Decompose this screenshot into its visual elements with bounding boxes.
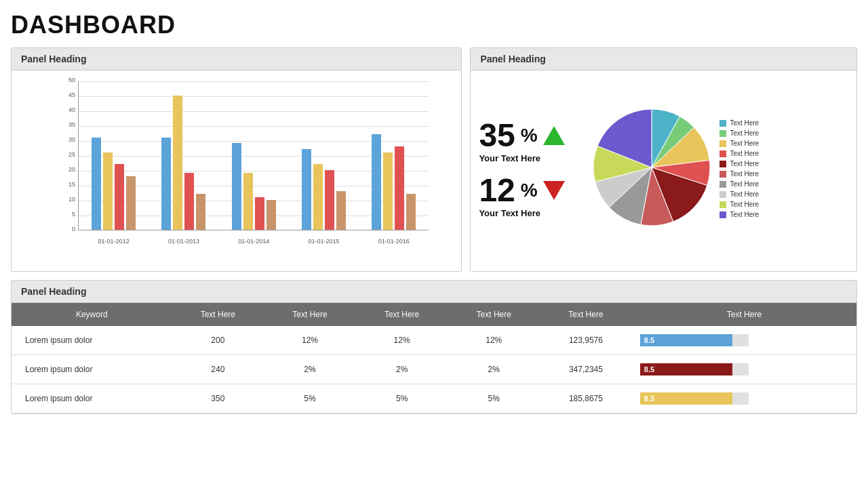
legend-label-4: Text Here [730,160,759,167]
legend-label-2: Text Here [730,140,759,147]
table-cell-col3: 12% [264,326,356,355]
table-cell-col6: 347,2345 [540,355,632,384]
legend-color-3 [719,150,726,157]
bar-chart-panel: Panel Heading 0510152025303540455001-01-… [11,47,462,272]
progress-bar-wrap: 8.5 [640,363,749,375]
table-col-header-0: Keyword [12,303,172,326]
legend-color-7 [719,191,726,198]
bar-panel-heading: Panel Heading [12,48,461,70]
legend-item: Text Here [719,119,781,127]
legend-color-1 [719,130,726,137]
pie-legend: Text Here Text Here Text Here Text Here … [719,119,781,218]
table-panel: Panel Heading KeywordText HereText HereT… [11,280,857,414]
stat1: 35 % Your Text Here [479,119,584,163]
table-col-header-6: Text Here [632,303,856,326]
table-cell-col5: 12% [448,326,540,355]
table-col-header-4: Text Here [448,303,540,326]
stat2-pct: % [521,180,538,201]
stat1-label: Your Text Here [479,153,584,163]
table-row: Lorem ipsum dolor 200 12% 12% 12% 123,95… [12,326,856,355]
page-title: DASHBOARD [11,11,857,39]
progress-bar-text: 8.5 [644,394,654,403]
progress-bar-wrap: 8.5 [640,334,749,346]
progress-bar-text: 8.5 [644,336,654,344]
legend-item: Text Here [719,201,781,208]
table-cell-progress: 8.5 [632,384,856,413]
table-cell-col4: 12% [356,326,448,355]
legend-item: Text Here [719,211,781,218]
table-cell-col5: 2% [448,355,540,384]
legend-item: Text Here [719,180,781,188]
pie-panel-heading: Panel Heading [471,48,856,70]
legend-label-0: Text Here [730,119,759,127]
table-col-header-2: Text Here [264,303,356,326]
pie-chart-panel: Panel Heading 35 % Your Text Here 12 % [470,47,857,272]
stats-column: 35 % Your Text Here 12 % Your Text Here [479,119,584,218]
stat2-number: 12 [479,174,515,207]
table-cell-keyword: Lorem ipsum dolor [12,326,172,355]
legend-label-9: Text Here [730,211,759,218]
arrow-down-icon [543,181,565,200]
legend-item: Text Here [719,140,781,147]
legend-color-0 [719,120,726,127]
legend-item: Text Here [719,129,781,137]
legend-label-6: Text Here [730,180,759,188]
legend-item: Text Here [719,150,781,157]
table-cell-col2: 200 [172,326,264,355]
legend-color-2 [719,140,726,147]
table-cell-keyword: Lorem ipsum dolor [12,384,172,413]
table-row: Lorem ipsum dolor 350 5% 5% 5% 185,8675 … [12,384,856,413]
table-row: Lorem ipsum dolor 240 2% 2% 2% 347,2345 … [12,355,856,384]
table-col-header-1: Text Here [172,303,264,326]
table-cell-col2: 240 [172,355,264,384]
stat1-number: 35 [479,119,515,152]
table-panel-heading: Panel Heading [12,281,856,303]
table-cell-col4: 2% [356,355,448,384]
table-cell-col6: 185,8675 [540,384,632,413]
legend-item: Text Here [719,190,781,198]
stat2-label: Your Text Here [479,208,584,218]
stat2: 12 % Your Text Here [479,174,584,218]
arrow-up-icon [543,126,565,145]
table-cell-col5: 5% [448,384,540,413]
legend-color-8 [719,201,726,208]
table-cell-progress: 8.5 [632,326,856,355]
legend-color-9 [719,211,726,218]
legend-item: Text Here [719,160,781,167]
bar-chart: 0510152025303540455001-01-201201-01-2013… [17,76,456,266]
progress-bar-wrap: 8.5 [640,392,749,405]
table-cell-col6: 123,9576 [540,326,632,355]
table-col-header-5: Text Here [540,303,632,326]
legend-item: Text Here [719,170,781,178]
pie-panel-body: 35 % Your Text Here 12 % Your Text Here [471,70,856,267]
progress-bar-text: 8.5 [644,365,654,373]
legend-label-3: Text Here [730,150,759,157]
legend-label-1: Text Here [730,129,759,137]
legend-color-4 [719,161,726,167]
table-cell-col3: 2% [264,355,356,384]
data-table: KeywordText HereText HereText HereText H… [12,303,856,413]
stat1-pct: % [521,125,538,146]
table-col-header-3: Text Here [356,303,448,326]
table-cell-col3: 5% [264,384,356,413]
legend-color-5 [719,171,726,178]
table-cell-col2: 350 [172,384,264,413]
legend-color-6 [719,181,726,188]
table-cell-progress: 8.5 [632,355,856,384]
legend-label-7: Text Here [730,190,759,198]
pie-chart [591,106,713,231]
legend-label-5: Text Here [730,170,759,178]
table-cell-col4: 5% [356,384,448,413]
table-cell-keyword: Lorem ipsum dolor [12,355,172,384]
legend-label-8: Text Here [730,201,759,208]
